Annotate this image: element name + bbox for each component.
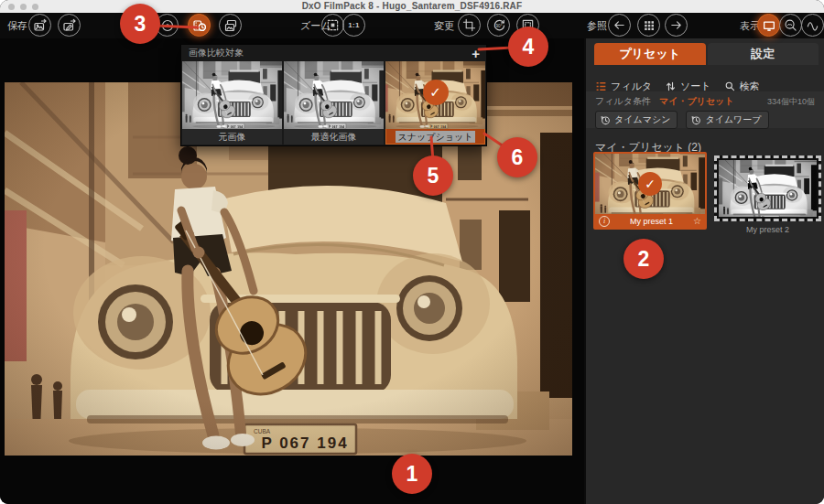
zoom-100-button[interactable]: 1:1 xyxy=(342,14,365,37)
snapshot-compare-icon xyxy=(192,18,207,33)
sort-arrows-icon xyxy=(665,80,677,92)
crop-button[interactable] xyxy=(458,14,481,37)
film-frame xyxy=(714,155,821,221)
selected-check-icon: ✓ xyxy=(423,80,449,105)
eye-icon xyxy=(160,18,175,33)
export-to-disk-button[interactable] xyxy=(28,14,51,37)
preset1-name: My preset 1 xyxy=(613,217,690,226)
preset-count: 334個中10個 xyxy=(767,96,815,108)
tab-settings[interactable]: 設定 xyxy=(708,43,819,65)
browser-grid-button[interactable] xyxy=(637,14,660,37)
filter-condition-bar: フィルタ条件 マイ・プリセット 334個中10個 xyxy=(586,93,824,110)
time-machine-button[interactable]: タイムマシン xyxy=(595,111,678,129)
annotation-badge-6: 6 xyxy=(497,137,537,177)
preset2-name: My preset 2 xyxy=(714,225,821,234)
compare-popover: 画像比較対象 + 元画像 最適化画像 ✓ スナップショット xyxy=(180,44,487,146)
condition-value[interactable]: マイ・プリセット xyxy=(659,95,734,108)
info-icon[interactable]: i xyxy=(599,216,610,227)
history-icon xyxy=(601,115,611,125)
compare-item-optimized[interactable]: 最適化画像 xyxy=(284,61,384,145)
change-group-label: 変更 xyxy=(434,13,454,38)
snapshot-compare-button[interactable] xyxy=(188,14,211,37)
rotate-button[interactable]: 90° xyxy=(487,14,510,37)
original-label: 元画像 xyxy=(182,129,282,145)
preset2-thumbnail xyxy=(719,160,817,217)
compare-title: 画像比較対象 xyxy=(189,47,472,59)
image-stack-icon xyxy=(223,18,238,33)
app-window: プリセット 設定 フィルタ ソート 検索 フィルタ条件 マイ・プリセット 334… xyxy=(0,0,824,504)
annotation-badge-2: 2 xyxy=(623,239,664,279)
one-to-one-label: 1:1 xyxy=(348,21,359,29)
grid-icon xyxy=(643,19,656,32)
histogram-button[interactable] xyxy=(801,14,824,37)
fit-screen-icon xyxy=(326,18,340,32)
export-image-icon xyxy=(33,18,48,33)
zoom-fit-button[interactable] xyxy=(321,14,344,37)
window-title: DxO FilmPack 8 - Hugo_Santarem_DSF4916.R… xyxy=(0,1,824,11)
compare-header: 画像比較対象 + xyxy=(181,45,486,60)
preset-card-selected[interactable]: ✓ i My preset 1 ☆ xyxy=(593,152,707,230)
compare-item-snapshot[interactable]: ✓ スナップショット xyxy=(385,61,485,145)
history-icon xyxy=(691,115,701,125)
annotation-badge-4: 4 xyxy=(508,27,548,67)
time-machine-label: タイムマシン xyxy=(614,113,670,126)
preset1-caption-bar: i My preset 1 ☆ xyxy=(595,214,705,228)
time-buttons-row: タイムマシン タイムワープ xyxy=(595,111,769,129)
preset-grid: ✓ i My preset 1 ☆ My preset 2 xyxy=(593,152,821,234)
annotation-badge-1: 1 xyxy=(392,454,432,494)
search-icon xyxy=(724,80,736,92)
previous-image-button[interactable] xyxy=(608,14,631,37)
monitor-icon xyxy=(762,18,776,33)
snapshot-label: スナップショット xyxy=(396,131,476,143)
compare-item-original[interactable]: 元画像 xyxy=(182,61,282,145)
rotate-90-icon: 90° xyxy=(492,18,506,33)
optimized-thumbnail xyxy=(284,61,384,129)
panel-tabs: プリセット 設定 xyxy=(594,43,819,65)
waveform-icon xyxy=(806,18,819,32)
annotation-badge-5: 5 xyxy=(413,155,453,196)
rotate-degrees-label: 90° xyxy=(495,24,502,28)
annotation-badge-3: 3 xyxy=(120,4,160,44)
add-snapshot-button[interactable]: + xyxy=(472,48,480,59)
next-image-button[interactable] xyxy=(665,14,688,37)
arrow-left-icon xyxy=(613,18,626,32)
image-stack-button[interactable] xyxy=(219,14,242,37)
display-mode-button[interactable] xyxy=(757,14,780,37)
arrow-right-icon xyxy=(669,18,683,32)
optimized-label: 最適化画像 xyxy=(284,129,384,145)
time-warp-button[interactable]: タイムワープ xyxy=(686,111,768,129)
favorite-star-icon[interactable]: ☆ xyxy=(693,217,701,226)
time-warp-label: タイムワープ xyxy=(705,113,761,126)
loupe-button[interactable] xyxy=(779,14,802,37)
export-edit-icon xyxy=(62,18,77,33)
right-panel: プリセット 設定 フィルタ ソート 検索 フィルタ条件 マイ・プリセット 334… xyxy=(584,38,824,504)
export-to-app-button[interactable] xyxy=(58,14,81,37)
tab-presets[interactable]: プリセット xyxy=(594,43,706,65)
crop-icon xyxy=(462,18,476,32)
filter-list-icon xyxy=(595,80,607,92)
compare-thumbnails: 元画像 最適化画像 ✓ スナップショット xyxy=(181,60,486,145)
condition-label: フィルタ条件 xyxy=(595,95,651,108)
browse-group-label: 参照 xyxy=(587,13,607,38)
selected-check-icon: ✓ xyxy=(638,172,662,196)
original-thumbnail xyxy=(182,61,282,129)
save-group-label: 保存 xyxy=(7,13,27,38)
preset-card[interactable]: My preset 2 xyxy=(714,155,821,234)
loupe-icon xyxy=(784,18,797,32)
